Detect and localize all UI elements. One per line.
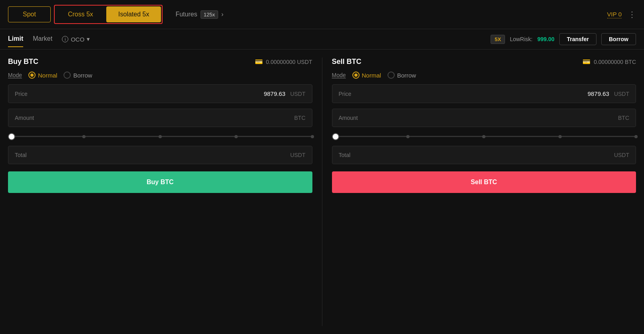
buy-amount-label: Amount [15, 115, 34, 121]
buy-mode-label: Mode [8, 72, 22, 78]
buy-slider-dot-2 [159, 135, 162, 138]
tab-spot[interactable]: Spot [8, 6, 51, 22]
sell-price-currency: USDT [614, 91, 629, 97]
buy-balance-info: 💳 0.00000000 USDT [255, 58, 312, 66]
buy-mode-borrow-label: Borrow [73, 72, 92, 79]
tab-isolated[interactable]: Isolated 5x [106, 6, 161, 22]
buy-total-currency: USDT [290, 152, 305, 158]
more-icon[interactable]: ⋮ [628, 10, 636, 19]
order-type-limit[interactable]: Limit [8, 35, 23, 47]
order-type-market[interactable]: Market [33, 35, 52, 47]
trading-area: Buy BTC 💳 0.00000000 USDT Mode Normal Bo… [0, 50, 644, 334]
buy-mode-normal-label: Normal [38, 72, 57, 79]
tab-group-margin: Cross 5x Isolated 5x [54, 5, 163, 24]
sell-mode-row: Mode Normal Borrow [332, 72, 636, 79]
borrow-button[interactable]: Borrow [601, 33, 636, 45]
sell-amount-field[interactable]: Amount BTC [332, 109, 636, 127]
buy-panel-title: Buy BTC [8, 58, 38, 66]
buy-mode-normal-radio[interactable] [28, 72, 36, 79]
sell-button[interactable]: Sell BTC [332, 171, 636, 193]
order-bar: Limit Market i OCO ▾ 5X LowRisk: 999.00 … [0, 29, 644, 50]
sell-slider-dot-3 [559, 135, 562, 138]
sell-wallet-icon: 💳 [582, 58, 590, 66]
sell-slider-dot-4 [634, 135, 638, 138]
sell-slider-track [332, 136, 636, 137]
buy-price-label: Price [15, 91, 28, 97]
sell-price-field[interactable]: Price 9879.63 USDT [332, 84, 636, 103]
sell-mode-label: Mode [332, 72, 346, 78]
buy-panel-header: Buy BTC 💳 0.00000000 USDT [8, 58, 312, 66]
buy-amount-field[interactable]: Amount BTC [8, 109, 312, 127]
sell-mode-borrow-radio[interactable] [388, 72, 395, 79]
futures-label: Futures [175, 11, 197, 18]
tab-bar: Spot Cross 5x Isolated 5x Futures 125x ›… [0, 0, 644, 29]
futures-arrow-icon[interactable]: › [221, 11, 223, 18]
sell-slider[interactable] [332, 133, 636, 140]
lowrisk-value: 999.00 [537, 36, 555, 42]
sell-balance-value: 0.00000000 BTC [594, 59, 636, 65]
sell-panel-header: Sell BTC 💳 0.00000000 BTC [332, 58, 636, 66]
sell-slider-dot-2 [482, 135, 485, 138]
oco-info-icon: i [62, 36, 68, 42]
buy-price-field[interactable]: Price 9879.63 USDT [8, 84, 312, 103]
buy-price-right: 9879.63 USDT [264, 90, 305, 97]
sell-total-label: Total [339, 152, 351, 158]
buy-amount-currency: BTC [294, 115, 306, 121]
sell-total-right: USDT [614, 152, 629, 158]
vip-label[interactable]: VIP 0 [607, 11, 622, 18]
buy-amount-right: BTC [294, 115, 306, 121]
buy-mode-borrow[interactable]: Borrow [64, 72, 92, 79]
sell-slider-dot-1 [406, 135, 409, 138]
sell-mode-borrow[interactable]: Borrow [388, 72, 416, 79]
sell-mode-borrow-label: Borrow [397, 72, 416, 79]
sell-price-right: 9879.63 USDT [588, 90, 629, 97]
oco-button[interactable]: i OCO ▾ [62, 36, 90, 47]
tab-bar-right: VIP 0 ⋮ [607, 10, 636, 19]
sell-amount-label: Amount [339, 115, 358, 121]
sell-mode-normal-dot [354, 74, 358, 77]
buy-mode-row: Mode Normal Borrow [8, 72, 312, 79]
sell-total-field[interactable]: Total USDT [332, 146, 636, 164]
sell-mode-normal-label: Normal [362, 72, 381, 79]
buy-slider[interactable] [8, 133, 312, 140]
oco-dropdown-icon: ▾ [87, 36, 90, 43]
sell-mode-normal[interactable]: Normal [352, 72, 381, 79]
buy-mode-normal[interactable]: Normal [28, 72, 57, 79]
sell-total-currency: USDT [614, 152, 629, 158]
buy-balance-value: 0.00000000 USDT [266, 59, 312, 65]
sell-slider-thumb[interactable] [332, 133, 339, 140]
wallet-icon: 💳 [255, 58, 263, 66]
buy-slider-dot-4 [311, 135, 314, 138]
sell-price-value: 9879.63 [588, 90, 609, 97]
buy-slider-thumb[interactable] [8, 133, 15, 140]
sell-balance-info: 💳 0.00000000 BTC [582, 58, 636, 66]
buy-slider-track [8, 136, 312, 137]
tab-cross[interactable]: Cross 5x [56, 6, 105, 22]
buy-mode-normal-dot [30, 74, 34, 77]
panel-divider [322, 58, 322, 326]
leverage-badge[interactable]: 5X [491, 35, 505, 44]
sell-panel-title: Sell BTC [332, 58, 362, 66]
sell-price-label: Price [339, 91, 352, 97]
tab-futures-group: Futures 125x › [175, 10, 223, 19]
buy-mode-borrow-radio[interactable] [64, 72, 71, 79]
tab-group-left: Spot Cross 5x Isolated 5x [8, 5, 163, 24]
buy-total-label: Total [15, 152, 27, 158]
sell-amount-right: BTC [618, 115, 629, 121]
sell-amount-currency: BTC [618, 115, 629, 121]
buy-total-field[interactable]: Total USDT [8, 146, 312, 164]
transfer-button[interactable]: Transfer [559, 33, 596, 45]
order-bar-right: 5X LowRisk: 999.00 Transfer Borrow [491, 33, 636, 49]
oco-label: OCO [71, 36, 84, 43]
buy-button[interactable]: Buy BTC [8, 171, 312, 193]
lowrisk-label: LowRisk: [510, 36, 533, 42]
buy-price-value: 9879.63 [264, 90, 285, 97]
sell-mode-normal-radio[interactable] [352, 72, 360, 79]
buy-slider-dot-3 [235, 135, 238, 138]
buy-slider-dot-1 [82, 135, 85, 138]
buy-total-right: USDT [290, 152, 305, 158]
futures-leverage-badge[interactable]: 125x [201, 10, 218, 19]
buy-price-currency: USDT [290, 91, 305, 97]
sell-panel: Sell BTC 💳 0.00000000 BTC Mode Normal Bo… [332, 58, 636, 326]
buy-panel: Buy BTC 💳 0.00000000 USDT Mode Normal Bo… [8, 58, 312, 326]
